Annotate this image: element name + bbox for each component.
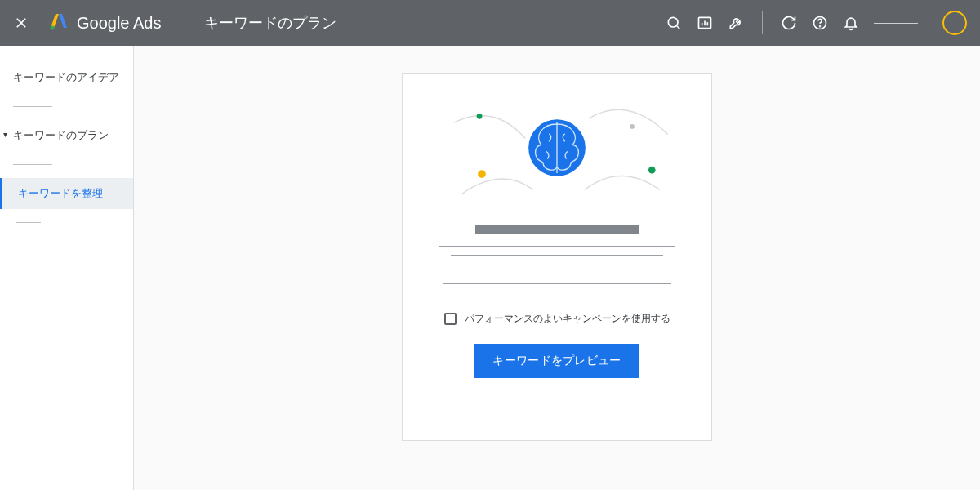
main-content: パフォーマンスのよいキャンペーンを使用する キーワードをプレビュー xyxy=(134,46,980,490)
use-performance-campaigns-row: パフォーマンスのよいキャンペーンを使用する xyxy=(444,312,670,326)
sidebar-item-keyword-plan[interactable]: キーワードのプラン xyxy=(0,120,133,151)
account-label-placeholder xyxy=(874,23,918,24)
reports-icon[interactable] xyxy=(697,15,713,31)
toolbar-separator xyxy=(762,11,763,34)
brain-illustration xyxy=(430,97,684,203)
svg-point-11 xyxy=(630,124,635,129)
header-toolbar xyxy=(666,11,967,35)
product-logo: Google Ads xyxy=(49,11,161,34)
profile-avatar[interactable] xyxy=(942,11,967,35)
svg-point-9 xyxy=(477,114,483,119)
svg-point-0 xyxy=(51,26,55,30)
app-header: Google Ads キーワードのプラン xyxy=(0,0,980,46)
help-icon[interactable] xyxy=(812,15,828,31)
use-performance-campaigns-checkbox[interactable] xyxy=(444,313,457,325)
text-line-placeholder xyxy=(439,246,675,247)
sidebar-placeholder xyxy=(13,106,52,107)
svg-point-1 xyxy=(668,17,678,27)
sidebar-placeholder xyxy=(13,164,52,165)
text-line-placeholder xyxy=(443,283,671,284)
preview-keywords-button[interactable]: キーワードをプレビュー xyxy=(474,344,639,378)
svg-point-12 xyxy=(648,167,656,174)
page-title: キーワードのプラン xyxy=(204,13,336,33)
sidebar-placeholder xyxy=(16,222,41,223)
title-placeholder xyxy=(475,225,639,234)
svg-point-10 xyxy=(478,170,486,178)
svg-line-2 xyxy=(677,26,680,29)
sidebar-item-organize-keywords[interactable]: キーワードを整理 xyxy=(0,178,133,209)
tools-icon[interactable] xyxy=(728,15,744,31)
close-icon[interactable] xyxy=(13,15,29,31)
organize-card: パフォーマンスのよいキャンペーンを使用する キーワードをプレビュー xyxy=(402,74,712,441)
google-ads-logo-icon xyxy=(49,11,69,34)
refresh-icon[interactable] xyxy=(781,15,797,31)
notifications-icon[interactable] xyxy=(843,15,859,31)
card-subtext-block xyxy=(430,283,684,297)
svg-point-8 xyxy=(820,26,821,27)
sidebar-item-keyword-ideas[interactable]: キーワードのアイデア xyxy=(0,62,133,93)
search-icon[interactable] xyxy=(666,15,682,31)
text-line-placeholder xyxy=(451,255,663,256)
checkbox-label: パフォーマンスのよいキャンペーンを使用する xyxy=(465,312,670,326)
sidebar: キーワードのアイデア キーワードのプラン キーワードを整理 xyxy=(0,46,134,490)
header-divider xyxy=(189,11,189,34)
product-name: Google Ads xyxy=(77,14,161,33)
card-title-block xyxy=(430,225,684,264)
